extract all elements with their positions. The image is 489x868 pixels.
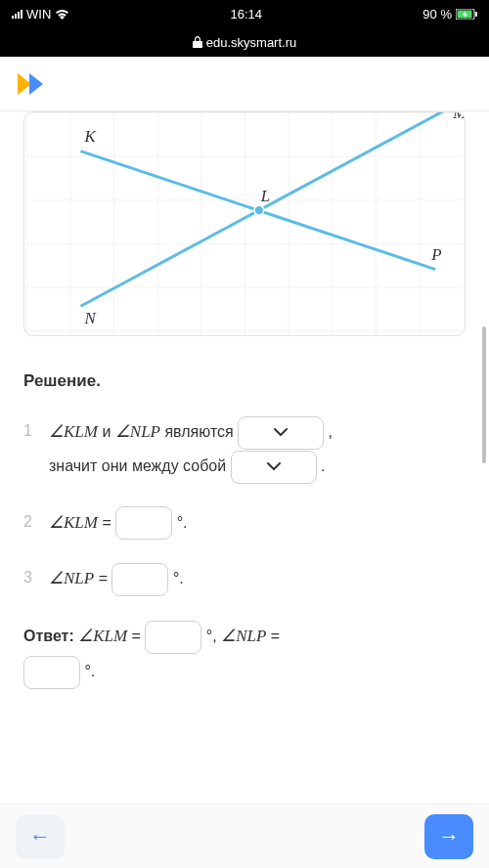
next-button[interactable]: →	[424, 814, 473, 859]
svg-point-6	[254, 205, 264, 215]
lock-icon	[193, 36, 202, 48]
answer-section: Ответ: ∠KLM = °, ∠NLP = °.	[23, 618, 466, 689]
comma: ,	[329, 423, 333, 440]
degree-comma: °,	[206, 628, 221, 644]
step-body: ∠KLM = °.	[49, 505, 466, 541]
status-right: 90 %	[422, 7, 477, 22]
bottom-nav: ← →	[0, 803, 489, 868]
logo-icon[interactable]	[16, 69, 51, 99]
signal-icon	[12, 10, 22, 19]
geometry-diagram: K M L N P	[23, 111, 466, 336]
klm-value-input[interactable]	[115, 506, 172, 540]
solution-step-2: 2 ∠KLM = °.	[23, 505, 466, 541]
angle-nlp: ∠NLP	[221, 627, 266, 645]
label-k: K	[83, 127, 96, 146]
label-p: P	[430, 245, 441, 264]
angle-klm: ∠KLM	[78, 627, 127, 645]
angle-nlp: ∠NLP	[49, 569, 94, 587]
angle-nlp: ∠NLP	[115, 422, 160, 441]
chevron-down-icon	[274, 428, 288, 437]
relation-type-select[interactable]	[238, 416, 324, 450]
wifi-icon	[55, 9, 69, 20]
nlp-value-input[interactable]	[111, 563, 168, 596]
status-time: 16:14	[231, 7, 263, 22]
label-m: M	[452, 112, 465, 122]
answer-nlp-input[interactable]	[23, 656, 80, 689]
angle-klm: ∠KLM	[49, 513, 98, 532]
relation-value-select[interactable]	[231, 451, 317, 484]
url-bar: edu.skysmart.ru	[0, 27, 489, 57]
solution-step-1: 1 ∠KLM и ∠NLP являются , значит они межд…	[23, 414, 466, 484]
battery-icon	[456, 9, 477, 20]
degree-suffix: °.	[177, 514, 188, 531]
scrollbar[interactable]	[482, 326, 486, 463]
answer-klm-input[interactable]	[145, 621, 201, 654]
battery-label: 90 %	[422, 7, 452, 22]
content-area: K M L N P Решение. 1 ∠KLM и ∠NLP являютс…	[0, 111, 489, 803]
status-bar: WIN 16:14 90 %	[0, 0, 489, 27]
period: .	[321, 457, 325, 474]
label-n: N	[83, 309, 97, 327]
step-number: 1	[23, 414, 37, 448]
app-header	[0, 57, 489, 111]
step-body: ∠KLM и ∠NLP являются , значит они между …	[49, 414, 466, 484]
arrow-left-icon: ←	[29, 824, 51, 849]
carrier-label: WIN	[26, 7, 51, 22]
chevron-down-icon	[267, 462, 281, 471]
degree-suffix: °.	[173, 570, 184, 586]
step-number: 3	[23, 561, 37, 594]
status-left: WIN	[12, 7, 69, 22]
answer-label: Ответ:	[23, 628, 78, 644]
url-text: edu.skysmart.ru	[206, 35, 296, 50]
step-body: ∠NLP = °.	[49, 561, 466, 596]
svg-rect-2	[475, 12, 477, 17]
degree-period: °.	[84, 663, 95, 679]
solution-step-3: 3 ∠NLP = °.	[23, 561, 466, 596]
label-l: L	[260, 187, 270, 205]
solution-heading: Решение.	[23, 371, 466, 391]
angle-klm: ∠KLM	[49, 422, 98, 441]
arrow-right-icon: →	[438, 824, 460, 849]
prev-button[interactable]: ←	[16, 814, 65, 859]
step-number: 2	[23, 505, 37, 539]
